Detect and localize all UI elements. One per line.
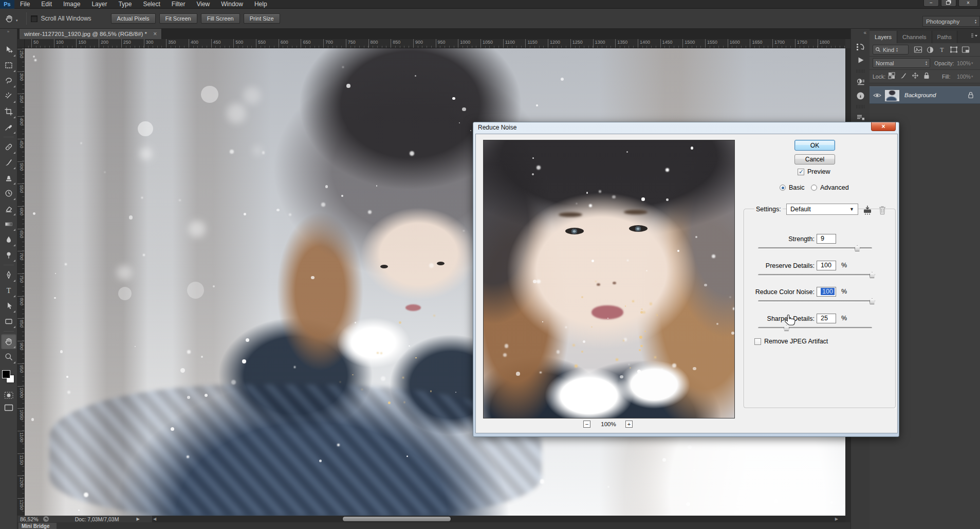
- gradient-tool[interactable]: [1, 216, 16, 232]
- info-panel-icon[interactable]: [853, 89, 868, 102]
- healing-brush-tool[interactable]: [1, 139, 16, 155]
- brush-tool[interactable]: [1, 155, 16, 170]
- reduce-color-noise-input[interactable]: 100: [817, 287, 836, 297]
- zoom-level-field[interactable]: 86,52%: [20, 516, 39, 522]
- foreground-color-swatch[interactable]: [2, 370, 10, 378]
- dialog-title-bar[interactable]: Reduce Noise ×: [473, 122, 899, 134]
- lock-position-icon[interactable]: [912, 72, 919, 79]
- visibility-eye-icon[interactable]: [873, 93, 881, 98]
- reduce-color-noise-slider-track[interactable]: [758, 300, 872, 302]
- workspace-switcher[interactable]: Photography ▴▾: [922, 16, 980, 27]
- fill-value[interactable]: 100%: [957, 74, 971, 80]
- shape-tool[interactable]: [1, 314, 16, 329]
- lasso-tool[interactable]: [1, 73, 16, 88]
- fill-caret-icon[interactable]: ▾: [971, 75, 973, 79]
- dodge-tool[interactable]: [1, 247, 16, 263]
- tab-paths[interactable]: Paths: [932, 31, 957, 43]
- tab-layers[interactable]: Layers: [870, 31, 897, 43]
- sharpen-details-slider-track[interactable]: [758, 327, 872, 329]
- settings-select[interactable]: Default ▼: [786, 204, 858, 215]
- quick-mask-button[interactable]: [0, 389, 17, 402]
- menu-filter[interactable]: Filter: [166, 0, 191, 9]
- zoom-tool[interactable]: [1, 349, 16, 364]
- quick-selection-tool[interactable]: [1, 88, 16, 104]
- history-panel-icon[interactable]: [853, 40, 868, 53]
- lock-all-icon[interactable]: [923, 72, 930, 79]
- noise-preview-image[interactable]: [483, 140, 735, 418]
- fit-screen-button[interactable]: Fit Screen: [159, 13, 197, 24]
- clone-stamp-tool[interactable]: [1, 170, 16, 186]
- lock-transparent-pixels-icon[interactable]: [888, 72, 895, 79]
- rectangular-marquee-tool[interactable]: [1, 58, 16, 73]
- dialog-close-button[interactable]: ×: [871, 122, 896, 131]
- ok-button[interactable]: OK: [794, 140, 835, 151]
- print-size-button[interactable]: Print Size: [244, 13, 280, 24]
- tab-channels[interactable]: Channels: [897, 31, 932, 43]
- basic-radio[interactable]: [780, 185, 786, 191]
- filter-type-layers-icon[interactable]: T: [937, 45, 946, 54]
- save-settings-icon[interactable]: [862, 205, 873, 215]
- actual-pixels-button[interactable]: Actual Pixels: [111, 13, 156, 24]
- menu-view[interactable]: View: [191, 0, 215, 9]
- preserve-details-input[interactable]: 100: [817, 261, 836, 270]
- blur-tool[interactable]: [1, 232, 16, 247]
- sharpen-details-slider-thumb[interactable]: [784, 325, 789, 331]
- panel-menu-icon[interactable]: [971, 33, 978, 39]
- eraser-tool[interactable]: [1, 201, 16, 216]
- document-tab[interactable]: winter-1127201_1920.jpg @ 86,5% (RGB/8#)…: [20, 29, 162, 39]
- filter-shape-layers-icon[interactable]: [949, 45, 958, 54]
- hand-tool[interactable]: [1, 334, 16, 349]
- opacity-value[interactable]: 100%: [957, 60, 971, 66]
- lock-image-pixels-icon[interactable]: [900, 72, 907, 79]
- scroll-right-icon[interactable]: ▶: [835, 517, 838, 521]
- fill-screen-button[interactable]: Fill Screen: [201, 13, 240, 24]
- status-menu-arrow-icon[interactable]: ▶: [136, 517, 139, 521]
- horizontal-scrollbar[interactable]: ◀ ▶: [152, 516, 845, 522]
- eyedropper-tool[interactable]: [1, 119, 16, 135]
- crop-tool[interactable]: [1, 104, 16, 119]
- strength-slider-thumb[interactable]: [855, 245, 860, 251]
- preserve-details-slider-thumb[interactable]: [870, 272, 875, 278]
- move-tool[interactable]: [1, 42, 16, 58]
- filter-pixel-layers-icon[interactable]: [914, 45, 922, 54]
- minimize-button[interactable]: −: [923, 0, 939, 7]
- pen-tool[interactable]: [1, 267, 16, 283]
- actions-panel-icon[interactable]: [853, 53, 868, 67]
- opacity-caret-icon[interactable]: ▾: [971, 61, 973, 65]
- close-button[interactable]: ×: [958, 0, 978, 7]
- preview-checkbox[interactable]: [798, 169, 804, 175]
- menu-edit[interactable]: Edit: [35, 0, 58, 9]
- menu-layer[interactable]: Layer: [86, 0, 113, 9]
- tab-close-icon[interactable]: ×: [153, 30, 157, 38]
- type-tool[interactable]: T: [1, 283, 16, 298]
- blend-mode-select[interactable]: Normal ▴▾: [873, 58, 930, 68]
- menu-select[interactable]: Select: [137, 0, 165, 9]
- collapse-panels-icon[interactable]: «: [863, 30, 866, 35]
- layer-row-background[interactable]: Background: [870, 86, 980, 104]
- sharpen-details-input[interactable]: 25: [817, 314, 836, 323]
- filter-smart-object-icon[interactable]: [961, 45, 970, 54]
- tool-preset-caret-icon[interactable]: ▾: [16, 19, 18, 23]
- path-selection-tool[interactable]: [1, 298, 16, 314]
- zoom-out-button[interactable]: −: [583, 421, 590, 428]
- filter-adjustment-layers-icon[interactable]: [926, 45, 934, 54]
- remove-jpeg-checkbox[interactable]: [754, 338, 761, 345]
- adjustments-panel-icon[interactable]: [853, 76, 868, 89]
- horizontal-scrollbar-thumb[interactable]: [342, 516, 451, 522]
- zoom-in-button[interactable]: +: [625, 421, 633, 428]
- scroll-all-windows-checkbox[interactable]: [31, 15, 38, 22]
- screen-mode-button[interactable]: [0, 402, 17, 414]
- preserve-details-slider-track[interactable]: [758, 274, 872, 276]
- toolbar-collapse-icon[interactable]: »: [0, 29, 17, 35]
- restore-button[interactable]: [941, 0, 956, 7]
- menu-help[interactable]: Help: [249, 0, 273, 9]
- cancel-button[interactable]: Cancel: [794, 154, 835, 165]
- filter-kind-select[interactable]: Kind ▴▾: [873, 45, 909, 54]
- history-brush-tool[interactable]: [1, 186, 16, 201]
- strength-input[interactable]: 9: [817, 234, 836, 244]
- menu-file[interactable]: File: [14, 0, 35, 9]
- advanced-radio[interactable]: [811, 185, 817, 191]
- layer-thumbnail[interactable]: [885, 90, 899, 101]
- menu-window[interactable]: Window: [215, 0, 249, 9]
- scroll-left-icon[interactable]: ◀: [153, 517, 156, 521]
